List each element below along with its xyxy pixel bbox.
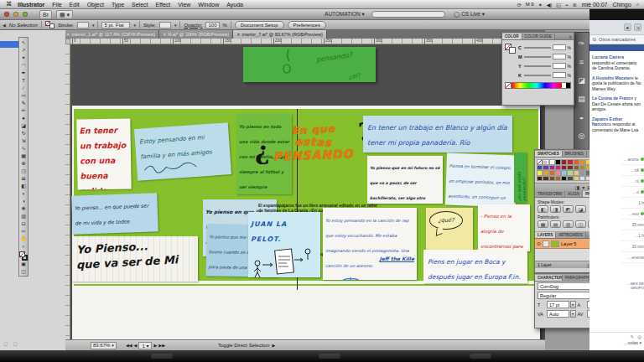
slice-tool[interactable]: ✂	[19, 228, 28, 235]
color-tab-color-guide[interactable]: COLOR GUIDE	[522, 34, 555, 39]
selection-tool[interactable]: ↖	[19, 39, 28, 47]
prev-artboard-button[interactable]: ◀	[134, 343, 138, 348]
cs-live-button[interactable]: ◯ CS Live ▾	[454, 11, 485, 18]
shape-builder-tool[interactable]: ⊕	[19, 160, 28, 168]
input-source-indicator[interactable]: M 9	[526, 2, 534, 8]
last-artboard-button[interactable]: ▶▶	[158, 343, 165, 348]
note-pienso-vida[interactable]: Yo pienso... en que puede ser de mi vida…	[71, 193, 158, 235]
swatches-footer-icon[interactable]: ◨	[574, 184, 579, 190]
tab-close-icon[interactable]: ✕	[163, 32, 166, 37]
menu-edit[interactable]: Edit	[70, 2, 80, 8]
lock-toggle[interactable]	[543, 240, 549, 247]
artboard-number-select[interactable]: 1 ▾	[138, 342, 152, 349]
note-juan-la-pelota[interactable]: JUAN LA PELOT. curs edu and prácticas ej…	[248, 212, 320, 277]
tab-close-icon[interactable]: ✕	[66, 32, 70, 37]
draw-normal-mode-button[interactable]: ▣	[19, 261, 28, 268]
line-tool[interactable]: ∕	[19, 85, 28, 92]
chat-item[interactable]: 1 h	[621, 198, 644, 209]
document-setup-button[interactable]: Document Setup	[235, 21, 284, 29]
battery-icon[interactable]: ⌁	[565, 2, 569, 8]
chat-item[interactable]: …rdi	[621, 165, 644, 176]
pathfinder-tab-transform[interactable]: TRANSFORM	[535, 191, 565, 197]
zoom-window-button[interactable]	[23, 12, 28, 17]
stroke-weight-select[interactable]	[77, 22, 89, 28]
note-alegria[interactable]: - Pienso en la alegría de encontrarnos p…	[478, 204, 530, 251]
kerning-caret-icon[interactable]: ▾	[570, 310, 576, 318]
notification-item[interactable]: Zapatos Esther Narcotics respondió al co…	[592, 116, 641, 133]
pencil-tool[interactable]: ✏	[19, 107, 28, 115]
shape-mode-button[interactable]: ◨	[550, 205, 561, 213]
pathfinder-button[interactable]: ▥	[563, 220, 574, 228]
menu-effect[interactable]: Effect	[156, 2, 171, 8]
note-yo-pienso-grande[interactable]: Yo Pienso... que va ser de Mi	[72, 236, 198, 282]
sync-status-icon[interactable]: ⟳	[517, 2, 522, 8]
none-swatch[interactable]	[506, 83, 512, 88]
notification-item[interactable]: La Cusina de Franco y Dan De Cesare ahor…	[592, 96, 641, 112]
lasso-tool[interactable]: ◠	[19, 62, 28, 70]
channel-slider[interactable]	[524, 65, 551, 67]
notification-item[interactable]: Luciana Carrera respondió el comentario …	[592, 54, 641, 71]
artboard-strip[interactable]: pensando? ¿el?	[243, 47, 376, 82]
menu-view[interactable]: View	[178, 2, 190, 8]
magic-wand-tool[interactable]: ✦	[19, 54, 28, 62]
pathfinder-button[interactable]: ▦	[538, 220, 548, 228]
status-hint-caret-icon[interactable]: ▶	[272, 343, 275, 348]
menu-file[interactable]: File	[52, 2, 61, 8]
pathfinder-tab-align[interactable]: ALIGN	[565, 191, 583, 197]
blend-tool[interactable]: ◑	[19, 198, 28, 205]
document-tab-3[interactable]: ✕interior_7.ai* @ 83.67% (RGB/Preview)	[233, 30, 327, 39]
swatch[interactable]	[549, 176, 555, 182]
chat-item[interactable]: 30 min	[621, 241, 644, 252]
free-transform-tool[interactable]: ▦	[19, 153, 28, 160]
arrange-documents-icon[interactable]: ▦ ▾	[56, 10, 73, 19]
apple-menu-icon[interactable]: ⌘	[6, 1, 12, 8]
menu-illustrator[interactable]: Illustrator	[18, 2, 44, 8]
swatches-tab-swatches[interactable]: SWATCHES	[535, 151, 563, 157]
opacity-input[interactable]: 100	[205, 22, 219, 28]
note-boca-europa[interactable]: Piens en jugar en Boca y después jugar e…	[423, 250, 527, 283]
note-vertical-strip[interactable]: ¿en qué estás pensando?	[514, 153, 527, 203]
column-graph-tool[interactable]: ▥	[19, 213, 28, 220]
swatch[interactable]	[555, 176, 561, 182]
channel-slider[interactable]	[524, 75, 551, 76]
swatch[interactable]	[537, 176, 543, 182]
chat-footer-icon[interactable]: ✎	[631, 334, 635, 339]
chat-item[interactable]: …ni	[621, 176, 644, 187]
paintbrush-tool[interactable]: ✎	[19, 100, 28, 107]
volume-icon[interactable]: ◀)	[547, 2, 553, 8]
visibility-eye-icon[interactable]: ⊙	[537, 240, 541, 246]
swatches-tab-brushes[interactable]: BRUSHES	[563, 151, 587, 157]
chat-item[interactable]: …evo	[621, 209, 644, 220]
character-tab-character[interactable]: CHARACTER	[535, 275, 563, 281]
chat-item[interactable]: …o	[621, 187, 644, 198]
artboard-main[interactable]: En tener un trabajo con una buena salida…	[72, 106, 540, 339]
chrome-profile-button[interactable]: ☻	[624, 23, 631, 31]
collapse-icon[interactable]: ◀	[3, 23, 6, 28]
rotate-tool[interactable]: ↻	[19, 130, 28, 137]
note-trabajo-salida[interactable]: En tener un trabajo con una buena salida…	[76, 118, 131, 189]
wifi-icon[interactable]: ≋	[573, 2, 577, 8]
panel-menu-icon[interactable]: ≡	[569, 34, 574, 39]
panel-kuler-icon[interactable]: ✑	[579, 39, 585, 48]
automation-menu[interactable]: AUTOMATION ▾	[325, 11, 365, 18]
artwork-title[interactable]: ¿ ? En que estas PENSANDO	[255, 117, 372, 186]
channel-slider[interactable]	[524, 47, 551, 49]
spotlight-icon[interactable]: ⌕	[636, 2, 639, 8]
channel-slider[interactable]	[524, 56, 551, 58]
canvas[interactable]: pensando? ¿el? En tener un trabajo con u…	[70, 44, 545, 339]
panel-appearance-icon[interactable]: ▤	[578, 95, 585, 103]
bridge-icon[interactable]: Br	[39, 10, 52, 19]
document-tab-2[interactable]: ✕N.ai* @ 100% (RGB/Preview)	[159, 30, 233, 39]
brush-select[interactable]: 5 pt. Flat	[101, 22, 130, 28]
zoom-tool[interactable]: ⌕	[19, 243, 28, 251]
screen-mode-button[interactable]: ◫	[19, 268, 28, 276]
style-caret-icon[interactable]: ▾	[174, 23, 177, 28]
note-trabajo-blanco[interactable]: En tener un trabajo en Blanco y algún dí…	[363, 116, 512, 153]
panel-stroke-icon[interactable]: ≡	[579, 58, 584, 66]
channel-value-input[interactable]	[553, 63, 566, 69]
shape-mode-button[interactable]: ◩	[563, 205, 574, 213]
note-que-bubble[interactable]: ¿qué?	[426, 208, 473, 251]
menu-object[interactable]: Object	[87, 2, 104, 8]
artboard-tool[interactable]: ⊡	[19, 220, 28, 228]
character-tab-paragraph[interactable]: PARAGRAPH	[563, 275, 589, 281]
